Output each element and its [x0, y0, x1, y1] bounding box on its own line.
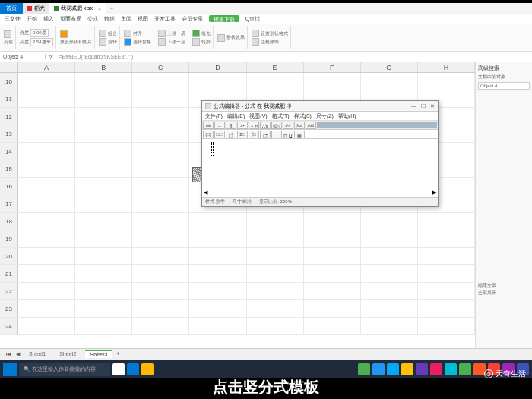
crop-icon[interactable]: [4, 30, 11, 38]
cell[interactable]: [75, 300, 132, 317]
cell[interactable]: [304, 283, 361, 299]
cell[interactable]: [75, 265, 132, 282]
sheet-1[interactable]: Sheet1: [24, 350, 50, 357]
tool-embellish-icon[interactable]: ẍ: [226, 122, 236, 129]
cell[interactable]: [75, 283, 132, 299]
down-layer-icon[interactable]: [158, 38, 166, 46]
reset-icon[interactable]: [60, 30, 68, 38]
combine-icon[interactable]: [99, 30, 106, 37]
col-E[interactable]: E: [247, 62, 304, 72]
close-icon[interactable]: ✕: [430, 103, 435, 109]
col-A[interactable]: A: [18, 62, 75, 72]
cell[interactable]: [247, 248, 304, 264]
height-value[interactable]: 2.54厘米: [30, 38, 53, 46]
cell[interactable]: [18, 318, 75, 334]
tool-misc-icon[interactable]: ∂∞: [283, 122, 293, 129]
cell[interactable]: [18, 178, 75, 195]
cell[interactable]: [132, 90, 189, 107]
add-tab-icon[interactable]: +: [106, 6, 118, 11]
tmpl-bar-icon[interactable]: □̄: [260, 131, 271, 138]
close-icon[interactable]: ×: [98, 6, 101, 11]
menu-dev[interactable]: 开发工具: [154, 15, 176, 22]
row-header-15[interactable]: 15: [0, 160, 18, 177]
row-header-10[interactable]: 10: [0, 73, 18, 90]
cell[interactable]: [18, 248, 75, 264]
row-header-17[interactable]: 17: [0, 195, 18, 212]
cell[interactable]: [361, 283, 418, 299]
menu-search[interactable]: Q查找: [245, 15, 260, 22]
col-H[interactable]: H: [418, 62, 475, 72]
effect-icon[interactable]: [217, 34, 225, 42]
cell[interactable]: [132, 73, 189, 90]
col-D[interactable]: D: [189, 62, 246, 72]
dlg-menu-view[interactable]: 视图(V): [249, 112, 267, 119]
app-icon-6[interactable]: [430, 363, 442, 375]
formula-input[interactable]: =EMBED("Equation.KSEE3",""): [55, 54, 532, 59]
cell[interactable]: [418, 318, 475, 334]
cell[interactable]: [189, 248, 246, 264]
dlg-menu-file[interactable]: 文件(F): [205, 112, 223, 119]
cell[interactable]: [132, 195, 189, 212]
menu-insert[interactable]: 插入: [43, 15, 54, 22]
cell[interactable]: [361, 265, 418, 282]
cell[interactable]: [304, 73, 361, 90]
task-view-icon[interactable]: [112, 363, 125, 375]
tool-space-icon[interactable]: ⎵: [214, 122, 225, 129]
tmpl-fraction-icon[interactable]: □/□: [214, 131, 225, 138]
cell[interactable]: [361, 73, 418, 90]
app-icon-1[interactable]: [358, 363, 370, 375]
rotate-icon[interactable]: [99, 38, 106, 46]
cell[interactable]: [418, 300, 475, 317]
tool-operator-icon[interactable]: ±•: [237, 122, 248, 129]
tool-greek-lower-icon[interactable]: λω: [294, 122, 305, 129]
cell[interactable]: [132, 178, 189, 195]
cell[interactable]: [247, 213, 304, 230]
cell[interactable]: [189, 213, 246, 230]
menu-review[interactable]: 审阅: [121, 15, 131, 22]
col-C[interactable]: C: [132, 62, 189, 72]
scroll-right-icon[interactable]: ▶: [432, 189, 436, 195]
cell[interactable]: [304, 300, 361, 317]
menu-file[interactable]: 三文件: [5, 15, 21, 22]
cell[interactable]: [361, 230, 418, 247]
side-expand-all[interactable]: 全部展开: [478, 290, 530, 296]
cell[interactable]: [189, 300, 246, 317]
cell[interactable]: [189, 230, 246, 247]
minimize-icon[interactable]: —: [411, 103, 416, 109]
cell[interactable]: [304, 248, 361, 264]
row-header-12[interactable]: 12: [0, 108, 18, 125]
cell[interactable]: [75, 230, 132, 247]
row-header-13[interactable]: 13: [0, 125, 18, 142]
cell[interactable]: [247, 230, 304, 247]
dlg-menu-edit[interactable]: 编辑(E): [227, 112, 245, 119]
explorer-icon[interactable]: [141, 363, 154, 375]
select-pane-icon[interactable]: [124, 38, 131, 46]
app-icon-7[interactable]: [445, 363, 457, 375]
dlg-menu-style[interactable]: 样式(S): [294, 112, 312, 119]
up-layer-icon[interactable]: [158, 30, 166, 37]
sheet-nav-prev[interactable]: ◀: [16, 351, 20, 357]
equation-canvas[interactable]: ◀ ▶: [202, 139, 438, 197]
menu-layout[interactable]: 页面布局: [60, 15, 81, 22]
cell[interactable]: [304, 318, 361, 334]
edge-icon[interactable]: [252, 38, 259, 46]
select-all-corner[interactable]: [0, 62, 18, 72]
cell[interactable]: [18, 230, 75, 247]
cell[interactable]: [75, 178, 132, 195]
tool-set-icon[interactable]: ∈∩: [271, 122, 282, 129]
cell[interactable]: [75, 248, 132, 264]
dlg-menu-format[interactable]: 格式(T): [272, 112, 290, 119]
cell[interactable]: [189, 265, 246, 282]
cell[interactable]: [132, 108, 189, 125]
cell[interactable]: [18, 213, 75, 230]
cell[interactable]: [75, 90, 132, 107]
cell[interactable]: [18, 195, 75, 212]
cell[interactable]: [75, 108, 132, 125]
cell[interactable]: [75, 125, 132, 142]
tool-logic-icon[interactable]: ∴∀: [260, 122, 271, 129]
tmpl-script-icon[interactable]: □̂: [226, 131, 236, 138]
row-header-24[interactable]: 24: [0, 318, 18, 334]
cell[interactable]: [132, 300, 189, 317]
row-header-21[interactable]: 21: [0, 265, 18, 282]
cell[interactable]: [132, 230, 189, 247]
